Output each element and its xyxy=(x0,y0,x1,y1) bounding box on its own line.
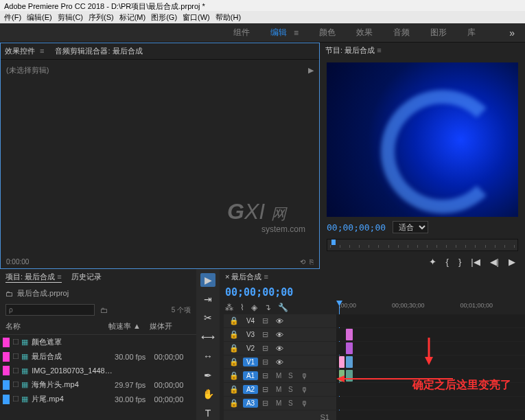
workspace-graphics[interactable]: 图形 xyxy=(430,27,447,38)
target-icon[interactable]: ⊟ xyxy=(262,399,272,408)
track-label[interactable]: A1 xyxy=(243,371,258,380)
marker-icon[interactable]: ◈ xyxy=(251,303,257,312)
workspace-library[interactable]: 库 xyxy=(467,27,476,38)
menu-clip[interactable]: 剪辑(C) xyxy=(56,12,84,22)
lock-icon[interactable]: 🔒 xyxy=(229,316,239,325)
track-label[interactable]: A3 xyxy=(243,399,258,408)
track-content[interactable] xyxy=(336,328,525,341)
target-icon[interactable]: ⊟ xyxy=(262,316,272,325)
track-header[interactable]: 🔒V3⊟👁 xyxy=(224,328,336,341)
workspace-more-icon[interactable]: » xyxy=(509,27,515,38)
track-label[interactable]: V3 xyxy=(243,330,258,339)
eye-icon[interactable]: 👁 xyxy=(276,317,285,325)
play-button[interactable]: ▶ xyxy=(509,257,515,267)
eye-icon[interactable]: 👁 xyxy=(276,345,285,353)
clip[interactable] xyxy=(346,370,353,382)
clip[interactable] xyxy=(339,356,345,368)
clip[interactable] xyxy=(346,329,353,340)
clip[interactable] xyxy=(346,342,353,354)
target-icon[interactable]: ⊟ xyxy=(262,371,272,380)
settings-icon[interactable]: 🔧 xyxy=(278,303,288,312)
menu-edit[interactable]: 编辑(E) xyxy=(25,12,54,22)
program-timecode[interactable]: 00;00;00;00 xyxy=(327,222,386,233)
menu-window[interactable]: 窗口(W) xyxy=(181,12,211,22)
solo-button[interactable]: S xyxy=(288,386,296,393)
timeline-sequence-tab[interactable]: × 最后合成 ≡ xyxy=(220,269,525,285)
track-header[interactable]: 🔒A1⊟MS🎙 xyxy=(224,369,336,382)
track-select-tool[interactable]: ⇥ xyxy=(200,292,215,306)
checkbox[interactable]: ☐ xyxy=(12,380,21,389)
mic-icon[interactable]: 🎙 xyxy=(301,372,310,380)
checkbox[interactable]: ☐ xyxy=(12,366,21,375)
target-icon[interactable]: ⊟ xyxy=(262,330,272,339)
workspace-audio[interactable]: 音频 xyxy=(393,27,410,38)
razor-tool[interactable]: ⟷ xyxy=(200,330,215,344)
hamburger-icon[interactable]: ≡ xyxy=(40,47,44,55)
go-to-in-button[interactable]: |◀ xyxy=(471,257,480,267)
project-item[interactable]: ☐▦海角片头.mp429.97 fps00;00;00 xyxy=(0,377,196,392)
export-icon[interactable]: ⎘ xyxy=(310,258,314,266)
checkbox[interactable]: ☐ xyxy=(12,338,21,347)
mic-icon[interactable]: 🎙 xyxy=(301,386,310,394)
mute-button[interactable]: M xyxy=(276,399,284,407)
timeline-timecode[interactable]: 00;00;00;00 xyxy=(220,285,525,300)
add-marker-button[interactable]: ✦ xyxy=(429,257,436,267)
play-icon[interactable]: ▶ xyxy=(308,66,314,75)
workspace-color[interactable]: 颜色 xyxy=(319,27,336,38)
insert-icon[interactable]: ↴ xyxy=(264,303,271,312)
menu-graphics[interactable]: 图形(G) xyxy=(150,12,178,22)
lock-icon[interactable]: 🔒 xyxy=(229,385,239,394)
tab-project[interactable]: 项目: 最后合成 ≡ xyxy=(5,272,62,283)
tab-effect-controls[interactable]: 效果控件 ≡ xyxy=(5,46,44,56)
track-label[interactable]: V1 xyxy=(243,358,258,366)
menu-file[interactable]: 件(F) xyxy=(3,12,23,22)
clip[interactable] xyxy=(339,370,345,382)
target-icon[interactable]: ⊟ xyxy=(262,358,272,366)
track-content[interactable] xyxy=(336,314,525,327)
solo-button[interactable]: S xyxy=(288,372,296,380)
hand-tool[interactable]: ✋ xyxy=(200,388,215,401)
ripple-edit-tool[interactable]: ✂ xyxy=(200,312,215,325)
col-fps[interactable]: 帧速率 ▲ xyxy=(108,321,150,331)
program-preview[interactable] xyxy=(327,62,518,217)
lock-icon[interactable]: 🔒 xyxy=(229,344,239,353)
track-label[interactable]: V4 xyxy=(243,316,258,325)
lock-icon[interactable]: 🔒 xyxy=(229,330,239,339)
track-content[interactable] xyxy=(336,355,525,369)
workspace-assembly[interactable]: 组件 xyxy=(233,27,250,38)
track-header[interactable]: 🔒V1⊟👁 xyxy=(224,355,336,369)
zoom-select[interactable]: 适合 xyxy=(393,221,428,233)
target-icon[interactable]: ⊟ xyxy=(262,385,272,394)
mark-in-button[interactable]: { xyxy=(446,257,449,267)
mark-out-button[interactable]: } xyxy=(458,257,461,267)
col-name[interactable]: 名称 xyxy=(5,321,108,331)
snap-icon[interactable]: ⁂ xyxy=(225,303,233,312)
filter-bin-icon[interactable]: 🗀 xyxy=(100,306,108,314)
eye-icon[interactable]: 👁 xyxy=(276,331,285,339)
pen-tool[interactable]: ✒ xyxy=(200,369,215,382)
slip-tool[interactable]: ↔ xyxy=(200,349,215,363)
tab-history[interactable]: 历史记录 xyxy=(71,272,102,283)
lock-icon[interactable]: 🔒 xyxy=(229,358,239,366)
checkbox[interactable]: ☐ xyxy=(12,395,21,404)
hamburger-icon[interactable]: ≡ xyxy=(377,46,381,54)
lock-icon[interactable]: 🔒 xyxy=(229,371,239,380)
project-item[interactable]: ☐▦颜色遮罩 xyxy=(0,335,196,349)
mute-button[interactable]: M xyxy=(276,386,284,393)
project-item[interactable]: ☐▦最后合成30.00 fps00;00;00 xyxy=(0,349,196,364)
tab-audio-mixer[interactable]: 音频剪辑混合器: 最后合成 xyxy=(55,46,142,56)
menu-help[interactable]: 帮助(H) xyxy=(214,12,242,22)
program-mini-timeline[interactable] xyxy=(327,239,518,251)
track-header[interactable]: 🔒A3⊟MS🎙 xyxy=(224,397,336,410)
track-content[interactable] xyxy=(336,342,525,355)
eye-icon[interactable]: 👁 xyxy=(276,358,285,366)
lock-icon[interactable]: 🔒 xyxy=(229,399,239,408)
track-header[interactable]: 🔒V2⊟👁 xyxy=(224,342,336,355)
track-label[interactable]: A2 xyxy=(243,385,258,394)
mute-button[interactable]: M xyxy=(276,372,284,380)
mic-icon[interactable]: 🎙 xyxy=(301,399,310,408)
workspace-editing[interactable]: 编辑 xyxy=(270,27,287,38)
project-item[interactable]: ☐▦IMG_20180703_144812.jpg xyxy=(0,364,196,377)
menu-marker[interactable]: 标记(M) xyxy=(118,12,148,22)
menu-icon[interactable]: ≡ xyxy=(294,28,299,38)
